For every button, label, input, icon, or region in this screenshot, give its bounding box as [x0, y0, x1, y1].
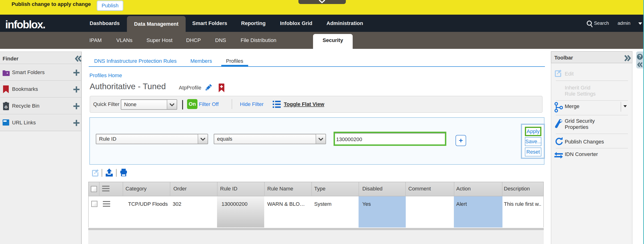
svg-text:♻: ♻: [4, 105, 8, 110]
svg-text:*: *: [6, 72, 8, 76]
